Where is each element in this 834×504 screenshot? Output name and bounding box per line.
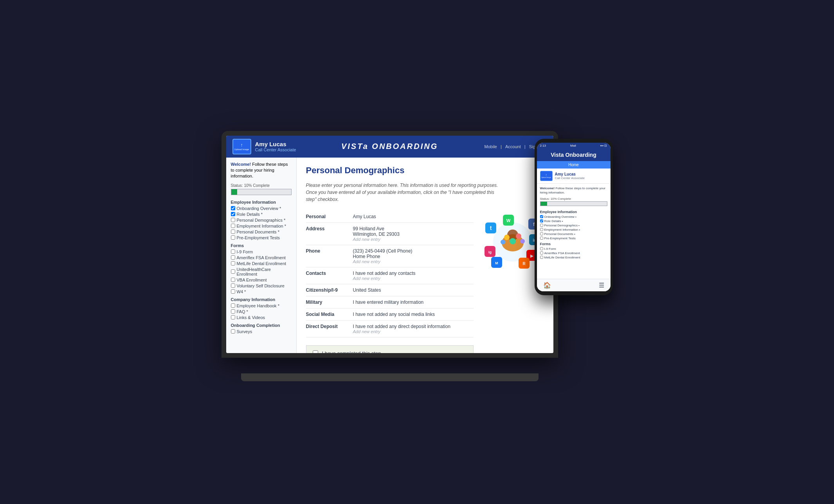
checkbox-ameriflex[interactable] [231,255,235,260]
phone-item-onboarding[interactable]: Onboarding Overview • [537,215,611,219]
welcome-strong: Welcome! [231,162,251,167]
checkbox-i9[interactable] [231,249,235,254]
phone-item-metlife[interactable]: MetLife Dental Enrollment [537,255,611,260]
phone-item-i9[interactable]: I-9 Form [537,247,611,251]
phone-menu-icon[interactable]: ☰ [599,282,604,289]
phone-checkbox-metlife[interactable] [540,256,543,259]
svg-point-23 [520,239,525,244]
phone-checkbox-personal-docs[interactable] [540,232,543,235]
phone-checkbox-employment[interactable] [540,228,543,231]
phone-item-role[interactable]: Role Details • [537,219,611,223]
sidebar-item-employment-info[interactable]: Employment Information * [231,224,292,228]
phone-checkbox-onboarding[interactable] [540,215,543,218]
phone-upload-label: Upload Image [541,177,551,178]
upload-image-button[interactable]: ↑ Upload Image [232,139,251,154]
phone-item-label: Onboarding Overview • [544,215,576,219]
checkbox-pre-employment[interactable] [231,235,235,240]
item-label: Personal Documents * [237,230,279,234]
sidebar-item-voluntary[interactable]: Voluntary Self Disclosure [231,283,292,288]
item-label: FAQ * [237,309,248,314]
nav-mobile[interactable]: Mobile [485,144,497,149]
phone-screen: 2:13 Mail ▪▪▪ ⊡ Vista Onboarding Home ↑ … [537,143,611,291]
laptop-screen: ↑ Upload Image Amy Lucas Call Center Ass… [226,136,553,353]
sidebar-item-faq[interactable]: FAQ * [231,309,292,314]
svg-point-20 [516,233,521,239]
checkbox-surveys[interactable] [231,329,235,334]
phone-welcome: Welcome! Follow these steps to complete … [537,184,611,197]
phone-progress-bar [540,201,607,206]
checkbox-unitedhealthcare[interactable] [231,269,235,274]
phone-checkbox-demographics[interactable] [540,224,543,227]
phone-item-pre-employment[interactable]: Pre-Employment Tests [537,236,611,240]
checkbox-faq[interactable] [231,309,235,314]
phone-item-ameriflex[interactable]: Ameriflex FSA Enrollment [537,251,611,255]
phone-checkbox-ameriflex[interactable] [540,251,543,255]
field-label-address: Address [306,226,353,242]
info-row-contacts: Contacts I have not added any contacts A… [306,267,474,284]
nav-account[interactable]: Account [505,144,521,149]
sidebar-item-personal-docs[interactable]: Personal Documents * [231,230,292,234]
checkbox-employee-handbook[interactable] [231,303,235,308]
info-row-phone: Phone (323) 245-0449 (Cell Phone)Home Ph… [306,245,474,267]
phone-checkbox-i9[interactable] [540,247,543,250]
checkbox-voluntary[interactable] [231,283,235,288]
add-entry-contacts[interactable]: Add new entry [353,276,474,281]
add-entry-phone[interactable]: Add new entry [353,259,474,264]
checkbox-vba[interactable] [231,278,235,282]
completion-checkbox[interactable] [313,350,318,353]
sidebar-item-ameriflex[interactable]: Ameriflex FSA Enrollment [231,255,292,260]
checkbox-personal-demographics[interactable] [231,218,235,222]
checkbox-employment-info[interactable] [231,224,235,228]
completion-label[interactable]: I have completed this step [322,350,381,353]
sidebar-item-metlife[interactable]: MetLife Dental Enrollment [231,261,292,266]
phone-time: 2:13 [540,144,546,147]
phone-checkbox-role[interactable] [540,219,543,222]
phone-upload-btn[interactable]: ↑ Upload Image [540,171,553,181]
sidebar-item-personal-demographics[interactable]: Personal Demographics * [231,218,292,222]
checkbox-onboarding-overview[interactable] [231,206,235,210]
sidebar-item-surveys[interactable]: Surveys [231,329,292,334]
svg-point-19 [504,235,510,240]
sidebar-item-pre-employment[interactable]: Pre-Employment Tests [231,235,292,240]
phone-home-icon[interactable]: 🏠 [543,282,551,289]
checkbox-metlife[interactable] [231,261,235,265]
sidebar-item-links[interactable]: Links & Videos [231,315,292,320]
phone-section-forms: Forms [537,240,611,247]
sidebar-item-i9[interactable]: I-9 Form [231,249,292,254]
sidebar-item-onboarding-overview[interactable]: Onboarding Overview * [231,206,292,211]
phone-home-link[interactable]: Home [537,161,611,169]
phone-item-personal-docs[interactable]: Personal Documents • [537,232,611,236]
checkbox-links[interactable] [231,315,235,319]
progress-fill [231,189,237,195]
phone-checkbox-pre-employment[interactable] [540,237,543,240]
item-label: Surveys [237,329,252,334]
user-info-header: Amy Lucas Call Center Associate [255,141,296,152]
sidebar-item-vba[interactable]: VBA Enrollment [231,278,292,282]
phone-item-demographics[interactable]: Personal Demographics • [537,223,611,228]
sidebar-item-role-details[interactable]: Role Details * [231,212,292,217]
svg-point-21 [510,238,516,244]
section-forms: Forms [231,243,292,248]
item-label: Personal Demographics * [237,218,286,222]
sidebar-item-w4[interactable]: W4 * [231,289,292,294]
field-value-military: I have entered military information [353,300,474,305]
sidebar: Welcome! Follow these steps to complete … [226,158,297,353]
add-entry-address[interactable]: Add new entry [353,237,474,242]
phone-bottom-nav: 🏠 ☰ [537,279,611,291]
laptop-base [241,373,539,381]
checkbox-w4[interactable] [231,289,235,294]
phone-device: 2:13 Mail ▪▪▪ ⊡ Vista Onboarding Home ↑ … [535,139,613,295]
sidebar-item-unitedhealthcare[interactable]: UnitedHealthCare Enrollment [231,267,292,276]
upload-icon: ↑ [241,142,243,148]
content-area: Personal Amy Lucas Address 99 Holland Av… [306,211,544,353]
checkbox-role-details[interactable] [231,212,235,216]
field-label-contacts: Contacts [306,271,353,281]
add-entry-direct-deposit[interactable]: Add new entry [353,329,474,334]
svg-text:Ig: Ig [488,250,492,254]
sidebar-item-employee-handbook[interactable]: Employee Handbook * [231,303,292,308]
phone-item-employment[interactable]: Employment Information • [537,228,611,232]
checkbox-personal-docs[interactable] [231,230,235,234]
phone-app-title: Vista Onboarding [537,149,611,161]
phone-item-label: Personal Documents • [544,232,575,236]
phone-item-label: Pre-Employment Tests [544,237,576,240]
